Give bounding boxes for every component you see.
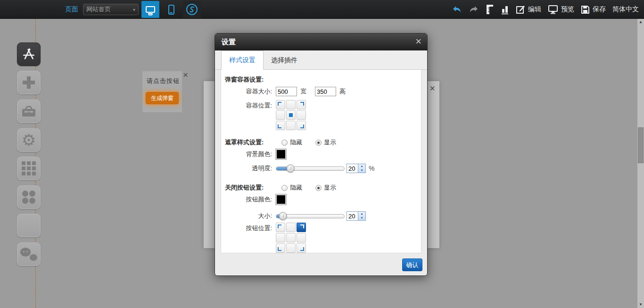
container-pos-bottom-center[interactable] <box>286 121 296 130</box>
page-scrollbar[interactable]: ▲ ▼ <box>637 19 644 308</box>
closebtn-color-swatch[interactable] <box>276 194 286 205</box>
ruler-icon <box>486 4 494 15</box>
spinner-up-icon[interactable]: ▲ <box>358 212 365 216</box>
page-label: 页面 <box>65 5 78 14</box>
container-pos-mid-right[interactable] <box>297 110 306 120</box>
mask-color-swatch[interactable] <box>276 149 286 159</box>
radio-icon[interactable] <box>315 185 322 191</box>
sidebar-item-settings[interactable]: ⚙ <box>17 128 41 152</box>
closebtn-size-slider[interactable] <box>276 214 345 218</box>
sidebar-item-add[interactable] <box>17 71 41 94</box>
container-pos-top-right[interactable] <box>297 100 306 109</box>
redo-button[interactable] <box>469 6 479 13</box>
mask-hide-option[interactable]: 隐藏 <box>281 138 302 147</box>
monitor-icon <box>146 6 155 13</box>
closebtn-pos-bottom-center[interactable] <box>286 243 296 253</box>
desktop-view-button[interactable] <box>141 1 159 18</box>
dialog-header[interactable]: 设置 × <box>215 33 427 50</box>
chart-icon <box>501 4 509 15</box>
dialog-tabbar: 样式设置 选择插件 <box>215 50 427 70</box>
generate-popup-button[interactable]: 生成弹窗 <box>146 92 179 104</box>
closebtn-pos-mid-left[interactable] <box>276 233 285 242</box>
container-pos-top-left[interactable] <box>276 100 285 109</box>
dialog-close-icon[interactable]: × <box>415 35 421 48</box>
closebtn-pos-bottom-right[interactable] <box>297 243 306 253</box>
closebtn-show-option[interactable]: 显示 <box>315 183 336 192</box>
mask-show-option[interactable]: 显示 <box>315 138 336 147</box>
container-section-heading: 弹窗容器设置: <box>225 75 264 84</box>
closebtn-size-spinner: ▲ ▼ <box>358 212 365 220</box>
radio-icon[interactable] <box>281 185 288 191</box>
opacity-slider-handle[interactable] <box>287 165 295 173</box>
edit-button[interactable]: 编辑 <box>516 5 541 14</box>
sidebar-item-modules[interactable] <box>17 157 41 180</box>
ruler-button[interactable] <box>486 4 494 15</box>
width-unit-label: 宽 <box>300 87 306 96</box>
mask-bg-color-label: 背景颜色: <box>221 150 272 158</box>
closebtn-pos-bottom-left[interactable] <box>276 243 285 253</box>
container-position-label: 容器位置: <box>221 100 272 110</box>
closebtn-hide-option[interactable]: 隐藏 <box>281 183 302 192</box>
tab-style-settings[interactable]: 样式设置 <box>221 50 264 70</box>
widget-close-icon[interactable]: × <box>183 70 188 79</box>
height-unit-label: 高 <box>339 87 346 96</box>
closebtn-show-label: 显示 <box>324 183 336 192</box>
container-width-input[interactable] <box>276 87 297 96</box>
closebtn-pos-top-left[interactable] <box>276 223 285 232</box>
radio-icon[interactable] <box>281 140 288 146</box>
scrollbar-thumb[interactable] <box>638 127 644 163</box>
scroll-up-icon[interactable]: ▲ <box>637 19 644 25</box>
closebtn-pos-center[interactable] <box>286 233 296 242</box>
container-pos-top-center[interactable] <box>286 100 296 109</box>
mask-section-heading: 遮罩样式设置: <box>225 138 264 147</box>
page-select-value: 网站首页 <box>86 5 111 14</box>
save-button[interactable]: 保存 <box>581 5 606 14</box>
sidebar-item-toolbox[interactable] <box>17 100 41 123</box>
mask-show-label: 显示 <box>324 138 336 147</box>
preview-button[interactable]: 预览 <box>548 5 574 14</box>
scroll-down-icon[interactable]: ▼ <box>637 301 644 308</box>
share-link-button[interactable] <box>183 1 201 18</box>
spinner-down-icon[interactable]: ▼ <box>358 216 365 220</box>
plus-icon <box>22 75 36 90</box>
closebtn-pos-mid-right[interactable] <box>297 233 306 242</box>
sidebar-item-user[interactable] <box>17 214 41 237</box>
closebtn-pos-top-center[interactable] <box>286 223 296 232</box>
container-pos-mid-left[interactable] <box>276 110 285 120</box>
widget-hint-text: 请点击按钮 <box>142 71 182 85</box>
closebtn-color-label: 按钮颜色: <box>221 195 272 204</box>
dialog-footer: 确认 <box>215 253 427 275</box>
opacity-slider[interactable] <box>276 166 345 171</box>
container-pos-bottom-right[interactable] <box>297 121 306 130</box>
radio-icon[interactable] <box>315 140 322 146</box>
dialog-title: 设置 <box>215 38 236 47</box>
container-pos-bottom-left[interactable] <box>276 121 285 130</box>
dialog-content: 弹窗容器设置: 容器大小: 宽 高 容器位置: <box>221 70 421 253</box>
page-builder-stage: × 请点击按钮 生成弹窗 × 页面 网站首页 ▾ <box>0 0 644 308</box>
sidebar-item-wechat[interactable] <box>17 242 41 266</box>
language-switch[interactable]: 简体中文 <box>612 5 639 14</box>
sidebar-item-widgets[interactable] <box>17 185 41 209</box>
container-height-input[interactable] <box>315 87 336 96</box>
spinner-up-icon[interactable]: ▲ <box>358 164 365 168</box>
popup-widget-box[interactable]: 请点击按钮 生成弹窗 × <box>142 71 182 112</box>
close-button-section-heading: 关闭按钮设置: <box>225 183 264 192</box>
mobile-view-button[interactable] <box>162 1 180 18</box>
sidebar-item-design[interactable] <box>17 42 41 66</box>
closebtn-size-value[interactable]: 20 <box>347 212 358 220</box>
container-pos-center-selected[interactable] <box>286 110 296 120</box>
confirm-button[interactable]: 确认 <box>402 258 422 271</box>
tab-choose-plugin[interactable]: 选择插件 <box>264 51 305 69</box>
language-label: 简体中文 <box>612 5 639 14</box>
petals-icon <box>22 191 35 204</box>
spinner-down-icon[interactable]: ▼ <box>358 168 365 173</box>
closebtn-position-grid <box>276 223 306 253</box>
opacity-value[interactable]: 20 <box>347 164 358 173</box>
stats-button[interactable] <box>501 4 509 15</box>
closebtn-size-slider-handle[interactable] <box>279 212 287 220</box>
undo-button[interactable] <box>452 6 462 13</box>
settings-dialog: 设置 × 样式设置 选择插件 弹窗容器设置: 容器大小: 宽 高 容器位置: <box>215 33 428 276</box>
page-select-dropdown[interactable]: 网站首页 ▾ <box>83 4 139 15</box>
closebtn-pos-top-right-selected[interactable] <box>297 223 306 232</box>
popup-preview-close-icon[interactable]: × <box>429 83 435 93</box>
